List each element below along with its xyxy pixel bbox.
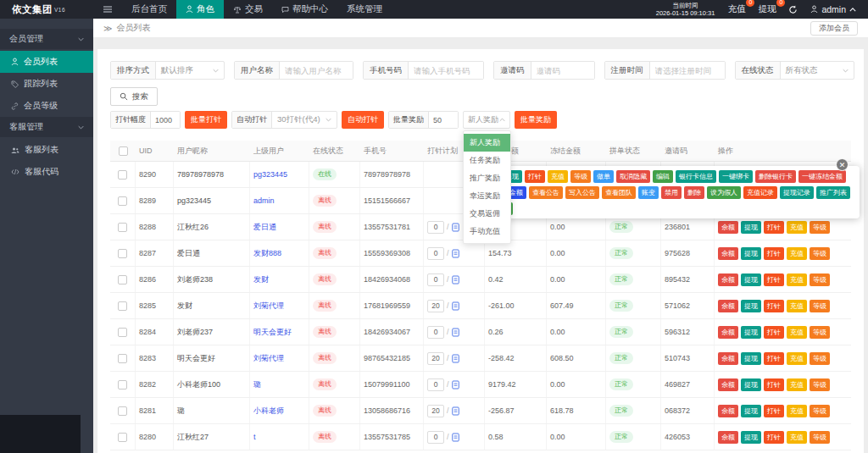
popup-action-button[interactable]: 一键冻结金额	[798, 170, 846, 183]
row-action-button[interactable]: 余额	[718, 352, 738, 365]
parent-user-link[interactable]: 小科老师	[253, 406, 284, 417]
popup-action-button[interactable]: 提现记录	[780, 186, 814, 199]
inject-amount-input[interactable]	[151, 112, 180, 128]
row-action-button[interactable]: 打针	[764, 247, 784, 260]
row-action-button[interactable]: 余额	[718, 378, 738, 391]
plan-icon[interactable]	[452, 406, 459, 416]
row-checkbox[interactable]	[118, 275, 127, 285]
popup-action-button[interactable]: 等级	[570, 170, 591, 183]
add-member-button[interactable]: 添加会员	[810, 21, 858, 36]
plan-icon[interactable]	[452, 328, 459, 337]
row-action-button[interactable]: 充值	[787, 300, 807, 312]
row-action-button[interactable]: 打针	[764, 221, 784, 234]
inject-plan-input[interactable]	[427, 431, 444, 444]
row-checkbox[interactable]	[118, 328, 127, 337]
row-action-button[interactable]: 充值	[787, 326, 807, 339]
popup-action-button[interactable]: 禁用	[661, 186, 682, 199]
row-action-button[interactable]: 充值	[787, 273, 807, 286]
row-action-button[interactable]: 等级	[810, 300, 830, 312]
plan-icon[interactable]	[452, 301, 459, 311]
parent-user-link[interactable]: pg323445	[253, 170, 287, 179]
sidebar-item-tracking-list[interactable]: 跟踪列表	[0, 73, 93, 95]
nav-item-system-admin[interactable]: 系统管理	[337, 0, 392, 19]
row-action-button[interactable]: 提现	[741, 247, 761, 260]
row-action-button[interactable]: 余额	[718, 221, 738, 234]
row-action-button[interactable]: 打针	[764, 326, 784, 339]
row-checkbox[interactable]	[118, 301, 127, 311]
popup-action-button[interactable]: 推广列表	[816, 186, 850, 199]
sidebar-item-support-code[interactable]: 客服代码	[0, 161, 93, 183]
row-action-button[interactable]: 余额	[718, 273, 738, 286]
inject-plan-input[interactable]	[427, 378, 444, 391]
row-action-button[interactable]: 余额	[718, 326, 738, 339]
row-action-button[interactable]: 打针	[764, 352, 784, 365]
row-checkbox[interactable]	[118, 196, 127, 206]
popup-action-button[interactable]: 查看公告	[529, 186, 563, 199]
popup-action-button[interactable]: 一键绑卡	[719, 170, 753, 183]
batch-inject-button[interactable]: 批量打针	[185, 111, 227, 129]
popup-action-button[interactable]: 设为假人	[707, 186, 741, 199]
row-action-button[interactable]: 提现	[741, 326, 761, 339]
row-action-button[interactable]: 充值	[787, 405, 807, 417]
row-checkbox[interactable]	[118, 406, 127, 416]
row-action-button[interactable]: 提现	[741, 378, 761, 391]
popup-action-button[interactable]: 写入公告	[565, 186, 599, 199]
parent-user-link[interactable]: 刘菊代理	[253, 301, 284, 312]
row-checkbox[interactable]	[118, 433, 127, 442]
popup-action-button[interactable]: 账变	[638, 186, 659, 199]
parent-user-link[interactable]: t	[253, 433, 256, 441]
inject-plan-input[interactable]	[427, 221, 444, 234]
batch-reward-input[interactable]	[429, 112, 458, 128]
row-action-button[interactable]: 打针	[764, 431, 784, 444]
row-checkbox[interactable]	[118, 354, 127, 363]
row-action-button[interactable]: 等级	[810, 352, 830, 365]
parent-user-link[interactable]: 爱日通	[253, 222, 276, 233]
plan-icon[interactable]	[452, 354, 459, 363]
batch-reward-button[interactable]: 批量奖励	[515, 111, 557, 129]
inject-plan-input[interactable]	[427, 247, 444, 260]
popup-action-button[interactable]: 删除银行卡	[755, 170, 796, 183]
nav-item-roles[interactable]: 角色	[176, 0, 224, 19]
popup-action-button[interactable]: 充值记录	[743, 186, 777, 199]
row-checkbox[interactable]	[118, 380, 127, 389]
row-action-button[interactable]: 充值	[787, 247, 807, 260]
reward-option[interactable]: 手动充值	[464, 223, 510, 240]
row-action-button[interactable]: 打针	[764, 273, 784, 286]
row-action-button[interactable]: 提现	[741, 300, 761, 312]
reward-option[interactable]: 任务奖励	[464, 152, 510, 169]
sidebar-section-support-mgmt[interactable]: 客服管理	[0, 117, 93, 137]
inject-plan-input[interactable]	[427, 352, 444, 365]
inject-plan-input[interactable]	[427, 273, 444, 286]
row-action-button[interactable]: 提现	[741, 431, 761, 444]
filter-online-status-select[interactable]: 所有状态	[781, 62, 854, 79]
row-action-button[interactable]: 等级	[810, 247, 830, 260]
menu-toggle-button[interactable]	[93, 0, 122, 19]
row-action-button[interactable]: 充值	[787, 352, 807, 365]
row-action-button[interactable]: 提现	[741, 405, 761, 417]
filter-username-input[interactable]	[280, 62, 353, 79]
reward-option[interactable]: 交易返佣	[464, 205, 510, 223]
search-button[interactable]: 搜索	[110, 87, 158, 106]
row-action-button[interactable]: 等级	[810, 431, 830, 444]
row-checkbox[interactable]	[118, 249, 127, 258]
row-action-button[interactable]: 提现	[741, 221, 761, 234]
parent-user-link[interactable]: 刘菊代理	[253, 353, 284, 364]
recharge-link[interactable]: 充值 0	[727, 3, 745, 15]
row-action-button[interactable]: 余额	[718, 405, 738, 417]
sidebar-item-support-list[interactable]: 客服列表	[0, 139, 93, 161]
auto-inject-select[interactable]: 30打针(代4)	[272, 112, 337, 128]
row-action-button[interactable]: 余额	[718, 431, 738, 444]
reward-type-select[interactable]: 新人奖励 新人奖励任务奖励推广奖励幸运奖励交易返佣手动充值	[463, 111, 510, 129]
row-action-button[interactable]: 充值	[787, 221, 807, 234]
auto-inject-button[interactable]: 自动打针	[342, 111, 384, 129]
nav-item-home[interactable]: 后台首页	[122, 0, 176, 19]
withdraw-link[interactable]: 提现 0	[758, 3, 776, 15]
close-icon[interactable]: ✕	[836, 158, 849, 171]
popup-action-button[interactable]: 删除	[684, 186, 704, 199]
parent-user-link[interactable]: admin	[253, 196, 275, 205]
parent-user-link[interactable]: 明天会更好	[253, 327, 292, 338]
row-action-button[interactable]: 余额	[718, 300, 738, 312]
select-all-checkbox[interactable]	[119, 146, 128, 156]
refresh-icon[interactable]	[788, 5, 798, 14]
inject-plan-input[interactable]	[427, 326, 444, 339]
